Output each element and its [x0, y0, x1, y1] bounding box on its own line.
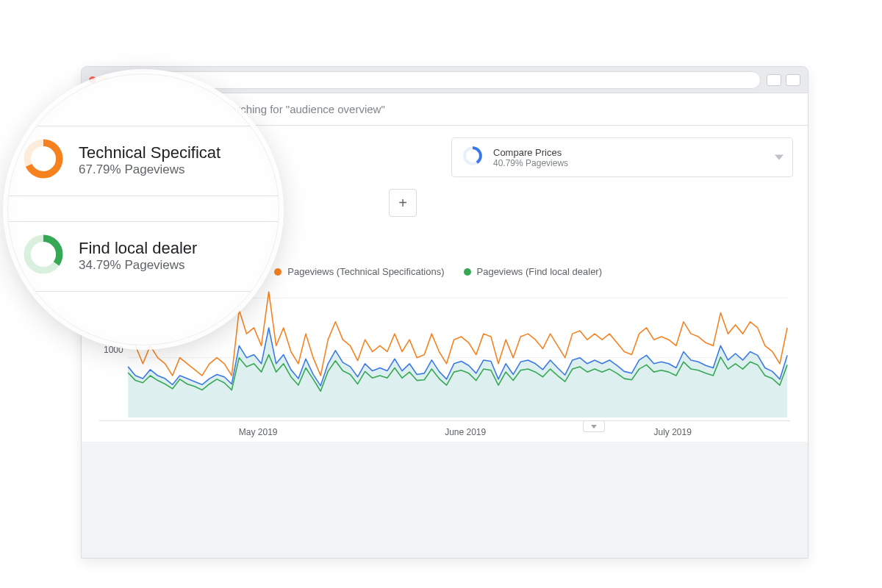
url-bar[interactable] [130, 71, 761, 89]
x-tick-label: May 2019 [239, 427, 278, 437]
chevron-down-icon [775, 155, 784, 160]
donut-icon [23, 138, 64, 182]
x-tick-label: July 2019 [654, 427, 692, 437]
magnifier-overlay: Technical Specificat 67.79% Pageviews Fi… [7, 74, 279, 345]
legend-label: Pageviews (Technical Specifications) [287, 266, 444, 277]
chart-range-handle[interactable] [583, 420, 605, 432]
mag-row-dealer[interactable]: Find local dealer 34.79% Pageviews [7, 221, 279, 292]
mag-row-technical[interactable]: Technical Specificat 67.79% Pageviews [7, 126, 279, 196]
mag-title: Find local dealer [79, 239, 197, 258]
mag-title: Technical Specificat [79, 143, 220, 162]
window-button-1[interactable] [767, 74, 781, 86]
x-axis: May 2019 June 2019 July 2019 [99, 427, 790, 442]
legend-item-technical[interactable]: Pageviews (Technical Specifications) [274, 266, 444, 277]
donut-icon [23, 234, 64, 278]
add-metric-button[interactable]: + [389, 189, 417, 217]
donut-icon [462, 146, 483, 169]
card-title: Compare Prices [493, 147, 568, 158]
window-buttons-right [767, 74, 800, 86]
legend-dot-icon [464, 268, 471, 276]
card-subtitle: 40.79% Pageviews [493, 158, 568, 168]
legend-dot-icon [274, 268, 282, 276]
legend-item-dealer[interactable]: Pageviews (Find local dealer) [464, 266, 603, 277]
y-tick-label: 1000 [104, 345, 123, 355]
mag-subtitle: 34.79% Pageviews [79, 258, 197, 273]
x-tick-label: June 2019 [445, 427, 486, 437]
legend-label: Pageviews (Find local dealer) [477, 266, 603, 277]
window-button-2[interactable] [786, 74, 800, 86]
card-compare-prices[interactable]: Compare Prices 40.79% Pageviews [451, 137, 793, 177]
mag-subtitle: 67.79% Pageviews [79, 162, 220, 177]
